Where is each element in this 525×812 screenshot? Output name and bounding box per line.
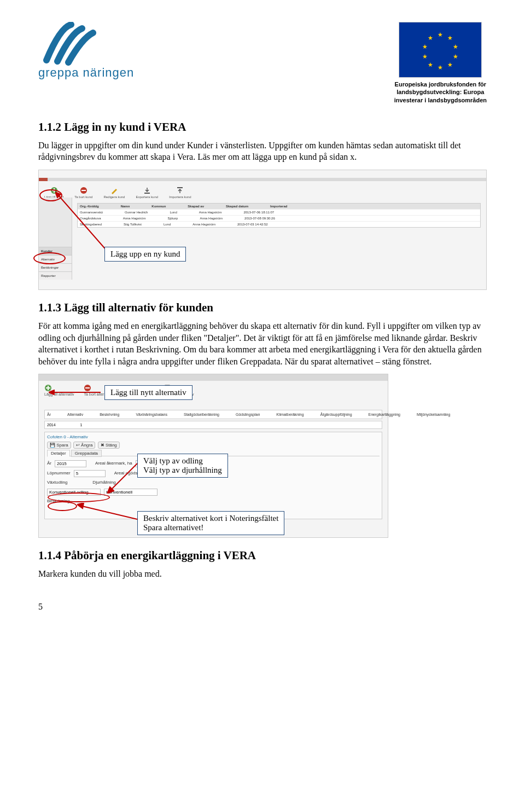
callout-add-customer: Lägg upp en ny kund (104, 247, 186, 262)
brand-logo: greppa näringen (38, 22, 134, 80)
svg-line-14 (80, 506, 137, 519)
svg-rect-3 (177, 187, 183, 188)
brand-name: greppa näringen (38, 66, 134, 80)
heading-1-1-4: 1.1.4 Påbörja en energikartläggning i VE… (38, 549, 487, 562)
year-input[interactable] (55, 460, 86, 467)
alt-columns: ÅrAlternativBeskrivningVäxtnäringsbalans… (44, 410, 382, 419)
table-row[interactable]: SkuttingsberedStig TollkvistLundAnna Hag… (78, 221, 480, 227)
callout-odling: Välj typ av odling Välj typ av djurhålln… (137, 454, 228, 478)
eu-caption: Europeiska jordbruksfonden för landsbygd… (394, 80, 487, 104)
heading-1-1-3: 1.1.3 Lägg till alternativ för kunden (38, 301, 487, 315)
dialog-title: Cofoten 0 - Alternativ (47, 434, 88, 439)
table-row[interactable]: OvegårdskuvaAnna HagströmSjötorpAnna Hag… (78, 215, 480, 221)
undo-button[interactable]: ↩ Ångra (73, 442, 96, 449)
screenshot-kunder: Lägg till kund Ta bort kund Redigera kun… (38, 170, 487, 290)
logo-waves-icon (38, 22, 98, 66)
import-customer-button[interactable]: Importera kund (169, 187, 191, 199)
callout-beskriv: Beskriv alternativet kort i Noteringsfäl… (137, 511, 284, 535)
table-row[interactable]: 20141 (44, 421, 382, 429)
para-1-1-3: För att komma igång med en energikartläg… (38, 320, 487, 367)
close-button[interactable]: ✖ Stäng (98, 442, 120, 449)
table-row[interactable]: GunnarsvensköGunnar HedrichLundAnna Hags… (78, 209, 480, 215)
para-1-1-2: Du lägger in uppgifter om din kund under… (38, 140, 487, 163)
customer-table: Org.-föräldg Namn Kommun Skapad av Skapa… (77, 203, 481, 228)
tab-greppadata[interactable]: Greppadata (71, 450, 102, 457)
svg-line-12 (110, 463, 137, 491)
sidebar-item-rapporter[interactable]: Rapporter (39, 271, 72, 280)
callout-add-alt: Lägg till nytt alternativ (104, 385, 192, 400)
tab-detaljer[interactable]: Detaljer (47, 450, 70, 457)
lopn-input[interactable] (74, 470, 106, 477)
page-header: greppa näringen ★ ★ ★ ★ ★ ★ ★ ★ ★ ★ ★ ★ … (38, 22, 487, 104)
export-customer-button[interactable]: Exportera kund (136, 187, 158, 199)
svg-rect-2 (144, 193, 150, 194)
sidebar-item-berakningar[interactable]: Beräkningar (39, 263, 72, 271)
screenshot-alternativ: Lägg till alternativ Ta bort alternativ … (38, 374, 388, 538)
svg-line-4 (58, 195, 107, 251)
eu-logo-block: ★ ★ ★ ★ ★ ★ ★ ★ ★ ★ ★ ★ Europeiska jordb… (394, 22, 487, 104)
page-number: 5 (38, 602, 487, 612)
eu-flag-icon: ★ ★ ★ ★ ★ ★ ★ ★ ★ ★ ★ ★ (399, 22, 482, 78)
para-1-1-4: Markera kunden du vill jobba med. (38, 568, 487, 580)
heading-1-1-2: 1.1.2 Lägg in ny kund i VERA (38, 120, 487, 134)
svg-marker-15 (77, 503, 84, 508)
svg-marker-11 (49, 390, 54, 395)
save-button[interactable]: 💾 Spara (47, 442, 71, 449)
